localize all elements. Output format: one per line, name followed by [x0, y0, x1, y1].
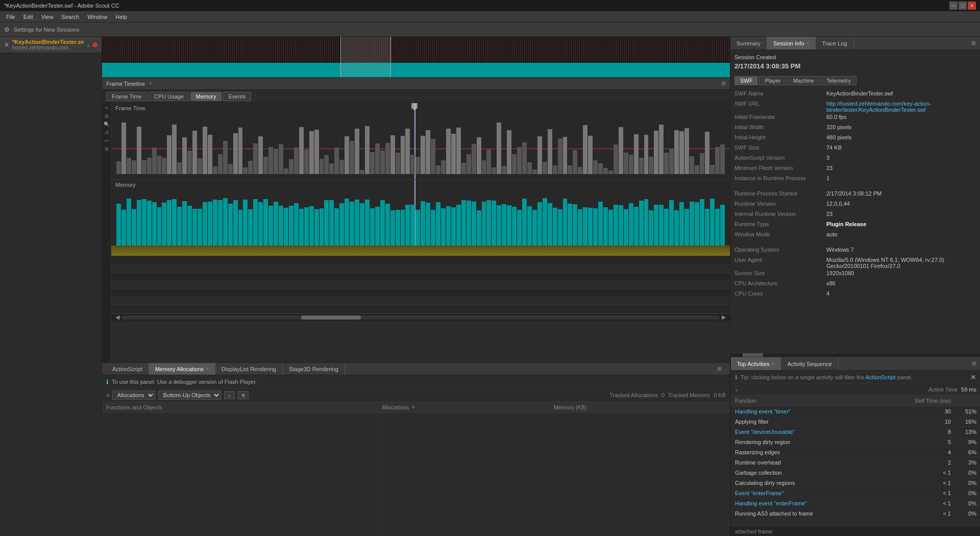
scrollbar-thumb[interactable] — [301, 315, 361, 320]
menu-view[interactable]: View — [37, 13, 58, 21]
tab-top-activities[interactable]: Top Activities × — [731, 357, 781, 370]
activities-max-icon[interactable]: ⊞ — [968, 360, 980, 367]
titlebar-controls[interactable]: ─ □ ✕ — [949, 2, 976, 10]
activity-row[interactable]: Handling event "timer"3051% — [731, 406, 980, 417]
session-created-val: 2/17/2014 3:08:35 PM — [734, 62, 976, 70]
maximize-button[interactable]: □ — [959, 2, 967, 10]
tab-memory-alloc[interactable]: Memory Allocations × — [149, 363, 215, 375]
activity-func[interactable]: Handling event "timer" — [735, 408, 910, 415]
timeline-row-4 — [111, 281, 730, 289]
tab-events[interactable]: Events — [223, 92, 252, 101]
swf-tab-telemetry[interactable]: Telemetry — [821, 76, 856, 85]
menu-search[interactable]: Search — [57, 13, 83, 21]
waveform-teal — [102, 63, 730, 77]
activity-pct: 16% — [951, 419, 976, 425]
activity-func[interactable]: Event "deviceUnusable" — [735, 429, 910, 435]
scroll-right-arrow[interactable]: ▶ — [720, 314, 728, 321]
tab-actionscript[interactable]: ActionScript — [106, 363, 149, 375]
right-panel-max-icon[interactable]: ⊞ — [967, 37, 980, 50]
session-close-icon[interactable]: ✕ — [4, 41, 9, 48]
session-url: hosted.zehfernando.com — [12, 45, 84, 51]
minimize-button[interactable]: ─ — [949, 2, 958, 10]
activity-row[interactable]: Rendering dirty region59% — [731, 437, 980, 447]
bottom-panel: ActionScript Memory Allocations × Displa… — [102, 362, 730, 536]
filter-btn[interactable]: ⬦ — [224, 391, 235, 399]
menu-help[interactable]: Help — [111, 13, 131, 21]
activity-func[interactable]: Handling event "enterFrame" — [735, 500, 910, 506]
tab-session-info-close[interactable]: × — [806, 40, 810, 46]
activity-row[interactable]: Running AS3 attached to frame< 10% — [731, 508, 980, 519]
activity-pct: 0% — [951, 490, 976, 496]
main-layout: ✕ *KeyActionBinderTester.swf hosted.zehf… — [0, 37, 980, 536]
fit-icon[interactable]: ↩ — [103, 137, 110, 144]
bottom-panel-max-icon[interactable]: ⊞ — [713, 366, 726, 372]
activities-filter-icon[interactable]: ⬦ — [735, 386, 739, 393]
frame-timeline-max-icon[interactable]: ⊞ — [721, 80, 726, 87]
session-item[interactable]: ✕ *KeyActionBinderTester.swf hosted.zehf… — [0, 37, 102, 53]
tip-icon: ℹ — [735, 374, 738, 381]
activity-row[interactable]: Runtime overhead23% — [731, 457, 980, 468]
settings-label: Settings for New Sessions — [14, 27, 79, 33]
tip-link[interactable]: ActionScript — [866, 374, 896, 380]
bottomup-select[interactable]: Bottom-Up Objects — [158, 391, 221, 400]
memory-chart: Memory — [111, 180, 730, 256]
tracked-alloc-count: 0 — [662, 392, 665, 398]
info-key: CPU Cores — [734, 290, 826, 297]
tab-activity-sequence[interactable]: Activity Sequence — [781, 357, 838, 370]
cursor-icon[interactable]: ↖ — [103, 104, 110, 111]
info-row: CPU Architecturex86 — [734, 280, 976, 289]
timeline-scrollbar: ◀ ▶ — [111, 313, 730, 321]
pan-icon[interactable]: ↺ — [103, 129, 110, 136]
activity-pct: 0% — [951, 510, 976, 517]
activity-row[interactable]: Event "enterFrame"< 10% — [731, 488, 980, 498]
gear-icon[interactable]: ⚙ — [4, 26, 10, 33]
left-sidebar: ✕ *KeyActionBinderTester.swf hosted.zehf… — [0, 37, 102, 536]
activity-row[interactable]: Calculating dirty regions< 10% — [731, 478, 980, 488]
right-scrollbar-thumb[interactable] — [743, 353, 763, 357]
zoom-icon[interactable]: 🔍 — [103, 120, 110, 128]
activity-pct: 0% — [951, 480, 976, 486]
select-icon[interactable]: ⊞ — [103, 112, 110, 119]
tab-stage3d[interactable]: Stage3D Rendering — [283, 363, 345, 375]
right-panel-scrollbar[interactable] — [730, 353, 980, 357]
timeline-selection[interactable] — [340, 37, 390, 77]
activity-row[interactable]: Applying filter1016% — [731, 417, 980, 427]
activity-row[interactable]: Event "deviceUnusable"813% — [731, 427, 980, 437]
menu-edit[interactable]: Edit — [19, 13, 37, 21]
tab-displaylist[interactable]: DisplayList Rendering — [215, 363, 283, 375]
tab-memory-alloc-close[interactable]: × — [206, 366, 209, 372]
tab-cpu-usage[interactable]: CPU Usage — [149, 92, 189, 101]
tab-top-activities-close[interactable]: × — [772, 361, 775, 367]
frame-timeline-close[interactable]: × — [149, 81, 152, 86]
activity-row[interactable]: Garbage collection< 10% — [731, 468, 980, 478]
scroll-left-arrow[interactable]: ◀ — [113, 314, 121, 321]
activity-func[interactable]: Event "enterFrame" — [735, 490, 910, 496]
menu-window[interactable]: Window — [83, 13, 111, 21]
grid-icon[interactable]: ⊞ — [103, 145, 110, 152]
tab-session-info[interactable]: Session Info × — [767, 37, 816, 50]
allocations-select[interactable]: Allocations — [112, 391, 155, 400]
activity-row[interactable]: Rasterizing edges46% — [731, 447, 980, 457]
activity-self: < 1 — [910, 480, 951, 486]
swf-tab-swf[interactable]: SWF — [734, 76, 758, 85]
tab-summary[interactable]: Summary — [730, 37, 767, 50]
alloc-header: Allocations ▼ Memory (KB) — [378, 402, 730, 413]
tab-memory[interactable]: Memory — [190, 92, 222, 101]
info-row: Internal Runtime Version23 — [734, 211, 976, 220]
close-button[interactable]: ✕ — [968, 2, 976, 10]
tab-trace-log[interactable]: Trace Log — [816, 37, 853, 50]
tab-frame-time[interactable]: Frame Time — [106, 92, 148, 101]
tip-close-icon[interactable]: ✕ — [970, 373, 976, 381]
scrollbar-track[interactable] — [121, 315, 720, 320]
cols-btn[interactable]: ≡ — [238, 391, 248, 399]
alloc-col2-label: Memory (KB) — [554, 404, 587, 410]
swf-tab-player[interactable]: Player — [759, 76, 786, 85]
alloc-sort-icon[interactable]: ▼ — [411, 405, 415, 410]
record-button[interactable] — [92, 42, 97, 47]
swf-tab-machine[interactable]: Machine — [788, 76, 820, 85]
tab-memory-alloc-label: Memory Allocations — [155, 366, 204, 372]
activity-row[interactable]: Handling event "enterFrame"< 10% — [731, 498, 980, 508]
filter-icon[interactable]: ⬦ — [87, 42, 90, 48]
menu-file[interactable]: File — [2, 13, 19, 21]
info-val: 480 pixels — [826, 134, 976, 140]
